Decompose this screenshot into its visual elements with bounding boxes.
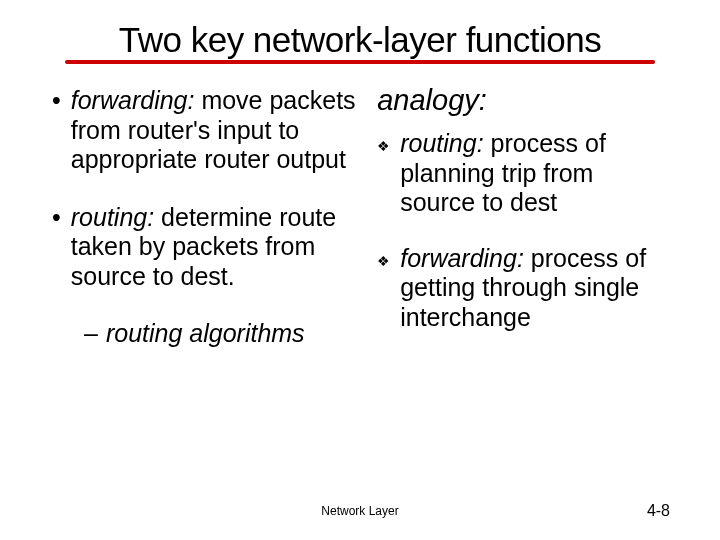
term-routing: routing:	[71, 203, 154, 231]
bullet-routing: • routing: determine route taken by pack…	[50, 203, 367, 292]
slide-title: Two key network-layer functions	[119, 20, 601, 62]
slide-container: Two key network-layer functions • forwar…	[0, 0, 720, 540]
analogy-routing-term: routing:	[400, 129, 483, 157]
analogy-routing-text: routing: process of planning trip from s…	[400, 129, 670, 218]
diamond-icon: ❖	[377, 138, 390, 155]
bullet-routing-text: routing: determine route taken by packet…	[71, 203, 367, 292]
content-columns: • forwarding: move packets from router's…	[50, 86, 670, 358]
right-column: analogy: ❖ routing: process of planning …	[377, 86, 670, 358]
left-column: • forwarding: move packets from router's…	[50, 86, 367, 358]
bullet-forwarding-text: forwarding: move packets from router's i…	[71, 86, 367, 175]
sub-bullet-algorithms: – routing algorithms	[84, 319, 367, 349]
footer-center-text: Network Layer	[321, 504, 398, 518]
analogy-routing: ❖ routing: process of planning trip from…	[377, 129, 670, 218]
analogy-forwarding: ❖ forwarding: process of getting through…	[377, 244, 670, 333]
analogy-heading: analogy:	[377, 84, 670, 117]
bullet-dot-icon: •	[52, 203, 61, 233]
term-forwarding: forwarding:	[71, 86, 195, 114]
analogy-forwarding-term: forwarding:	[400, 244, 524, 272]
slide-footer: Network Layer 4-8	[0, 502, 720, 520]
sub-bullet-text: routing algorithms	[106, 319, 305, 349]
bullet-dot-icon: •	[52, 86, 61, 116]
title-block: Two key network-layer functions	[50, 20, 670, 64]
slide-number: 4-8	[647, 502, 670, 520]
dash-icon: –	[84, 319, 98, 349]
bullet-forwarding: • forwarding: move packets from router's…	[50, 86, 367, 175]
diamond-icon: ❖	[377, 253, 390, 270]
analogy-forwarding-text: forwarding: process of getting through s…	[400, 244, 670, 333]
